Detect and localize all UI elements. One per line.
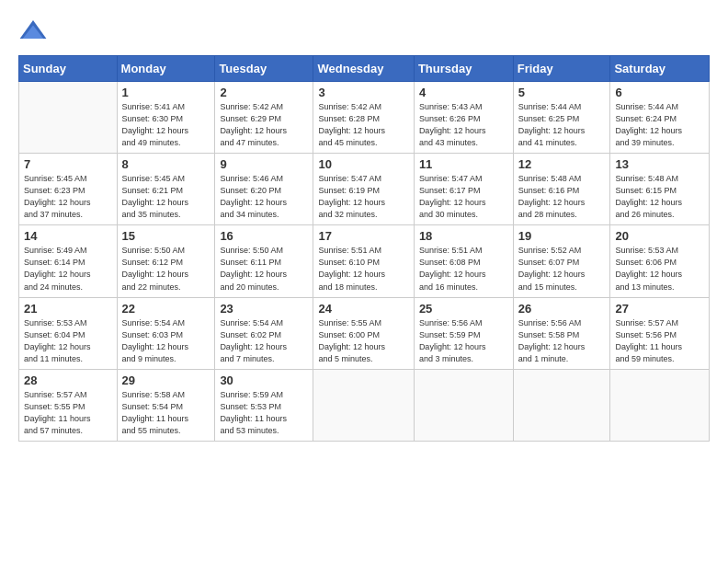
calendar-cell: 17Sunrise: 5:51 AM Sunset: 6:10 PM Dayli… bbox=[313, 225, 414, 297]
day-number: 13 bbox=[615, 157, 704, 171]
calendar-cell: 9Sunrise: 5:46 AM Sunset: 6:20 PM Daylig… bbox=[215, 154, 313, 225]
day-info: Sunrise: 5:50 AM Sunset: 6:11 PM Dayligh… bbox=[220, 245, 308, 293]
day-info: Sunrise: 5:52 AM Sunset: 6:07 PM Dayligh… bbox=[518, 245, 606, 293]
day-number: 27 bbox=[615, 302, 704, 316]
day-number: 11 bbox=[419, 157, 508, 171]
calendar-cell: 14Sunrise: 5:49 AM Sunset: 6:14 PM Dayli… bbox=[19, 225, 118, 297]
calendar-week-0: 1Sunrise: 5:41 AM Sunset: 6:30 PM Daylig… bbox=[19, 82, 710, 154]
day-number: 2 bbox=[220, 86, 308, 99]
calendar-cell: 13Sunrise: 5:48 AM Sunset: 6:15 PM Dayli… bbox=[610, 154, 710, 225]
logo-icon bbox=[18, 17, 48, 46]
day-number: 8 bbox=[122, 157, 210, 171]
calendar-cell: 30Sunrise: 5:59 AM Sunset: 5:53 PM Dayli… bbox=[215, 369, 313, 441]
day-number: 9 bbox=[220, 157, 308, 171]
day-info: Sunrise: 5:48 AM Sunset: 6:15 PM Dayligh… bbox=[615, 173, 704, 221]
calendar-cell bbox=[313, 369, 414, 441]
day-info: Sunrise: 5:58 AM Sunset: 5:54 PM Dayligh… bbox=[122, 389, 210, 437]
calendar-cell: 8Sunrise: 5:45 AM Sunset: 6:21 PM Daylig… bbox=[117, 154, 215, 225]
day-number: 18 bbox=[419, 229, 508, 243]
calendar-cell: 28Sunrise: 5:57 AM Sunset: 5:55 PM Dayli… bbox=[19, 369, 118, 441]
day-info: Sunrise: 5:54 AM Sunset: 6:03 PM Dayligh… bbox=[122, 317, 210, 365]
weekday-header-monday: Monday bbox=[117, 56, 215, 82]
day-info: Sunrise: 5:53 AM Sunset: 6:04 PM Dayligh… bbox=[24, 317, 112, 365]
day-number: 23 bbox=[220, 302, 308, 316]
calendar-cell: 11Sunrise: 5:47 AM Sunset: 6:17 PM Dayli… bbox=[414, 154, 513, 225]
day-info: Sunrise: 5:45 AM Sunset: 6:23 PM Dayligh… bbox=[24, 173, 112, 221]
weekday-header-tuesday: Tuesday bbox=[215, 56, 313, 82]
day-info: Sunrise: 5:55 AM Sunset: 6:00 PM Dayligh… bbox=[318, 317, 408, 365]
day-number: 15 bbox=[122, 229, 210, 243]
day-info: Sunrise: 5:44 AM Sunset: 6:24 PM Dayligh… bbox=[615, 101, 704, 149]
day-info: Sunrise: 5:59 AM Sunset: 5:53 PM Dayligh… bbox=[220, 389, 308, 437]
day-info: Sunrise: 5:56 AM Sunset: 5:58 PM Dayligh… bbox=[518, 317, 606, 365]
day-info: Sunrise: 5:42 AM Sunset: 6:29 PM Dayligh… bbox=[220, 101, 308, 149]
calendar-cell: 10Sunrise: 5:47 AM Sunset: 6:19 PM Dayli… bbox=[313, 154, 414, 225]
calendar-cell: 29Sunrise: 5:58 AM Sunset: 5:54 PM Dayli… bbox=[117, 369, 215, 441]
calendar-body: 1Sunrise: 5:41 AM Sunset: 6:30 PM Daylig… bbox=[19, 82, 710, 442]
weekday-header-friday: Friday bbox=[513, 56, 610, 82]
day-number: 10 bbox=[318, 157, 408, 171]
day-number: 20 bbox=[615, 229, 704, 243]
day-number: 21 bbox=[24, 302, 112, 316]
calendar-cell: 18Sunrise: 5:51 AM Sunset: 6:08 PM Dayli… bbox=[414, 225, 513, 297]
calendar-cell: 7Sunrise: 5:45 AM Sunset: 6:23 PM Daylig… bbox=[19, 154, 118, 225]
calendar-cell: 3Sunrise: 5:42 AM Sunset: 6:28 PM Daylig… bbox=[313, 82, 414, 154]
calendar-header: SundayMondayTuesdayWednesdayThursdayFrid… bbox=[19, 56, 710, 82]
calendar-cell: 15Sunrise: 5:50 AM Sunset: 6:12 PM Dayli… bbox=[117, 225, 215, 297]
weekday-header-sunday: Sunday bbox=[19, 56, 118, 82]
calendar-week-2: 14Sunrise: 5:49 AM Sunset: 6:14 PM Dayli… bbox=[19, 225, 710, 297]
day-info: Sunrise: 5:46 AM Sunset: 6:20 PM Dayligh… bbox=[220, 173, 308, 221]
weekday-header-wednesday: Wednesday bbox=[313, 56, 414, 82]
calendar-cell: 2Sunrise: 5:42 AM Sunset: 6:29 PM Daylig… bbox=[215, 82, 313, 154]
calendar-cell: 27Sunrise: 5:57 AM Sunset: 5:56 PM Dayli… bbox=[610, 297, 710, 369]
weekday-row: SundayMondayTuesdayWednesdayThursdayFrid… bbox=[19, 56, 710, 82]
day-number: 25 bbox=[419, 302, 508, 316]
day-info: Sunrise: 5:41 AM Sunset: 6:30 PM Dayligh… bbox=[122, 101, 210, 149]
day-info: Sunrise: 5:57 AM Sunset: 5:55 PM Dayligh… bbox=[24, 389, 112, 437]
day-info: Sunrise: 5:54 AM Sunset: 6:02 PM Dayligh… bbox=[220, 317, 308, 365]
day-info: Sunrise: 5:48 AM Sunset: 6:16 PM Dayligh… bbox=[518, 173, 606, 221]
day-info: Sunrise: 5:51 AM Sunset: 6:10 PM Dayligh… bbox=[318, 245, 408, 293]
day-number: 3 bbox=[318, 86, 408, 99]
weekday-header-thursday: Thursday bbox=[414, 56, 513, 82]
day-info: Sunrise: 5:57 AM Sunset: 5:56 PM Dayligh… bbox=[615, 317, 704, 365]
calendar-cell bbox=[19, 82, 118, 154]
day-number: 26 bbox=[518, 302, 606, 316]
calendar-cell bbox=[513, 369, 610, 441]
calendar-cell: 16Sunrise: 5:50 AM Sunset: 6:11 PM Dayli… bbox=[215, 225, 313, 297]
day-number: 12 bbox=[518, 157, 606, 171]
day-number: 16 bbox=[220, 229, 308, 243]
calendar-cell: 5Sunrise: 5:44 AM Sunset: 6:25 PM Daylig… bbox=[513, 82, 610, 154]
day-number: 14 bbox=[24, 229, 112, 243]
calendar-cell: 12Sunrise: 5:48 AM Sunset: 6:16 PM Dayli… bbox=[513, 154, 610, 225]
day-info: Sunrise: 5:51 AM Sunset: 6:08 PM Dayligh… bbox=[419, 245, 508, 293]
logo bbox=[18, 17, 53, 46]
calendar-cell: 1Sunrise: 5:41 AM Sunset: 6:30 PM Daylig… bbox=[117, 82, 215, 154]
day-number: 1 bbox=[122, 86, 210, 99]
day-number: 7 bbox=[24, 157, 112, 171]
weekday-header-saturday: Saturday bbox=[610, 56, 710, 82]
day-info: Sunrise: 5:49 AM Sunset: 6:14 PM Dayligh… bbox=[24, 245, 112, 293]
calendar-cell: 22Sunrise: 5:54 AM Sunset: 6:03 PM Dayli… bbox=[117, 297, 215, 369]
calendar-table: SundayMondayTuesdayWednesdayThursdayFrid… bbox=[18, 55, 710, 442]
day-number: 19 bbox=[518, 229, 606, 243]
calendar-cell: 26Sunrise: 5:56 AM Sunset: 5:58 PM Dayli… bbox=[513, 297, 610, 369]
calendar-cell: 25Sunrise: 5:56 AM Sunset: 5:59 PM Dayli… bbox=[414, 297, 513, 369]
day-info: Sunrise: 5:47 AM Sunset: 6:19 PM Dayligh… bbox=[318, 173, 408, 221]
day-info: Sunrise: 5:47 AM Sunset: 6:17 PM Dayligh… bbox=[419, 173, 508, 221]
day-info: Sunrise: 5:42 AM Sunset: 6:28 PM Dayligh… bbox=[318, 101, 408, 149]
day-number: 4 bbox=[419, 86, 508, 99]
calendar-week-4: 28Sunrise: 5:57 AM Sunset: 5:55 PM Dayli… bbox=[19, 369, 710, 441]
day-info: Sunrise: 5:56 AM Sunset: 5:59 PM Dayligh… bbox=[419, 317, 508, 365]
calendar-week-3: 21Sunrise: 5:53 AM Sunset: 6:04 PM Dayli… bbox=[19, 297, 710, 369]
day-number: 17 bbox=[318, 229, 408, 243]
day-info: Sunrise: 5:43 AM Sunset: 6:26 PM Dayligh… bbox=[419, 101, 508, 149]
page: SundayMondayTuesdayWednesdayThursdayFrid… bbox=[0, 0, 728, 563]
calendar-cell: 19Sunrise: 5:52 AM Sunset: 6:07 PM Dayli… bbox=[513, 225, 610, 297]
calendar-cell: 6Sunrise: 5:44 AM Sunset: 6:24 PM Daylig… bbox=[610, 82, 710, 154]
calendar-cell: 21Sunrise: 5:53 AM Sunset: 6:04 PM Dayli… bbox=[19, 297, 118, 369]
day-number: 28 bbox=[24, 373, 112, 387]
calendar-week-1: 7Sunrise: 5:45 AM Sunset: 6:23 PM Daylig… bbox=[19, 154, 710, 225]
day-number: 30 bbox=[220, 373, 308, 387]
day-info: Sunrise: 5:45 AM Sunset: 6:21 PM Dayligh… bbox=[122, 173, 210, 221]
